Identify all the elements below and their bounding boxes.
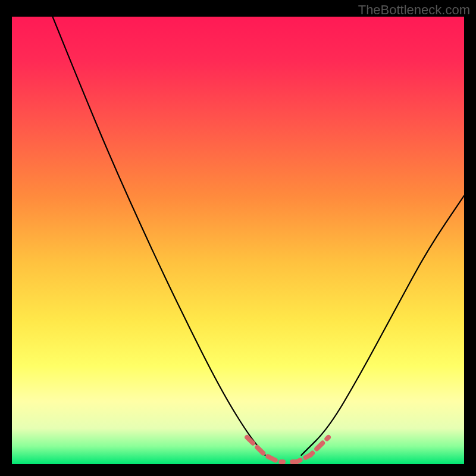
chart-svg <box>12 17 464 464</box>
watermark-text: TheBottleneck.com <box>358 2 470 18</box>
chart-container <box>12 17 464 464</box>
